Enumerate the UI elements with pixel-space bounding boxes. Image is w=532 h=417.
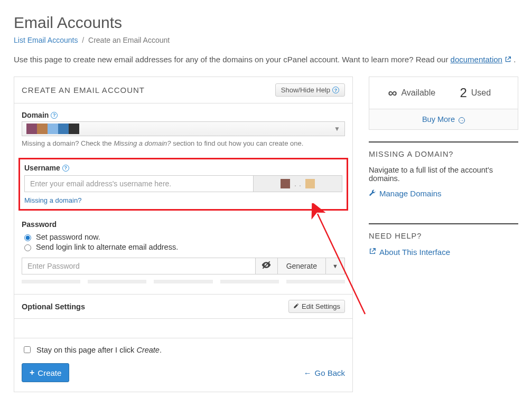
stay-on-page-checkbox[interactable] <box>24 346 31 353</box>
optional-settings-header: Optional Settings Edit Settings <box>14 294 352 319</box>
domain-redacted-value <box>26 124 79 134</box>
domain-hint: Missing a domain? Check the Missing a do… <box>22 139 345 147</box>
missing-domain-heading: MISSING A DOMAIN? <box>369 141 518 158</box>
caret-down-icon: ▼ <box>332 263 338 269</box>
chevron-down-icon: ▼ <box>334 125 340 132</box>
external-link-icon <box>369 248 376 257</box>
missing-domain-link[interactable]: Missing a domain? <box>24 196 81 204</box>
documentation-link[interactable]: documentation <box>451 55 502 64</box>
stat-used: 2 Used <box>444 86 508 100</box>
question-icon[interactable]: ? <box>62 165 69 172</box>
stat-available: ∞ Available <box>380 86 444 100</box>
stay-on-page-checkbox-row[interactable]: Stay on this page after I click Create. <box>22 345 345 355</box>
password-section: Password Set password now. Send login li… <box>22 220 345 283</box>
password-strength-meter <box>22 280 345 283</box>
infinity-icon: ∞ <box>388 86 397 100</box>
username-label: Username <box>24 164 60 172</box>
radio-send-link-input[interactable] <box>24 244 31 251</box>
breadcrumb-current: Create an Email Account <box>88 36 170 44</box>
username-domain-addon: . . <box>254 175 342 192</box>
radio-set-now-input[interactable] <box>24 234 31 241</box>
page-title: Email Accounts <box>14 14 518 32</box>
about-interface-link[interactable]: About This Interface <box>369 248 518 257</box>
missing-domain-text: Navigate to a full list of the account's… <box>369 166 518 183</box>
radio-set-now[interactable]: Set password now. <box>22 233 345 241</box>
go-back-link[interactable]: ← Go Back <box>303 368 345 377</box>
stats-box: ∞ Available 2 Used Buy More → <box>369 77 518 130</box>
show-hide-help-button[interactable]: Show/Hide Help ? <box>275 83 345 97</box>
question-icon[interactable]: ? <box>51 112 58 119</box>
need-help-heading: NEED HELP? <box>369 223 518 240</box>
manage-domains-link[interactable]: Manage Domains <box>369 189 518 198</box>
password-label: Password <box>22 220 57 229</box>
question-icon: ? <box>332 87 339 93</box>
buy-more-link[interactable]: Buy More → <box>422 115 465 124</box>
intro-before: Use this page to create new email addres… <box>14 55 451 64</box>
pencil-icon <box>293 302 299 310</box>
breadcrumb-separator: / <box>82 36 84 44</box>
domain-label: Domain <box>22 111 49 119</box>
wrench-icon <box>369 189 376 198</box>
panel-footer: Stay on this page after I click Create. … <box>14 338 352 390</box>
eye-off-icon <box>261 260 272 272</box>
panel-title: CREATE AN EMAIL ACCOUNT <box>22 86 145 94</box>
intro-after: . <box>511 55 516 64</box>
edit-settings-button[interactable]: Edit Settings <box>288 300 345 313</box>
username-highlight: Username ? . . Missing a domain? <box>18 158 348 211</box>
optional-settings-title: Optional Settings <box>22 302 85 311</box>
domain-select[interactable]: ▼ <box>22 121 345 136</box>
domain-section: Domain ? ▼ Missing <box>22 111 345 147</box>
radio-send-link[interactable]: Send login link to alternate email addre… <box>22 243 345 251</box>
generate-dropdown-button[interactable]: ▼ <box>326 258 345 274</box>
external-link-icon <box>505 55 511 62</box>
username-input[interactable] <box>24 175 254 192</box>
plus-icon: + <box>30 368 34 377</box>
create-button[interactable]: + Create <box>22 363 69 382</box>
breadcrumb: List Email Accounts / Create an Email Ac… <box>14 36 518 44</box>
intro-text: Use this page to create new email addres… <box>14 55 518 64</box>
generate-password-button[interactable]: Generate <box>278 258 326 274</box>
breadcrumb-list-link[interactable]: List Email Accounts <box>14 36 78 44</box>
arrow-circle-right-icon: → <box>459 117 465 124</box>
reveal-password-button[interactable] <box>256 258 278 274</box>
create-account-panel: CREATE AN EMAIL ACCOUNT Show/Hide Help ?… <box>14 77 353 392</box>
arrow-left-icon: ← <box>303 368 311 377</box>
password-input[interactable] <box>22 258 256 274</box>
